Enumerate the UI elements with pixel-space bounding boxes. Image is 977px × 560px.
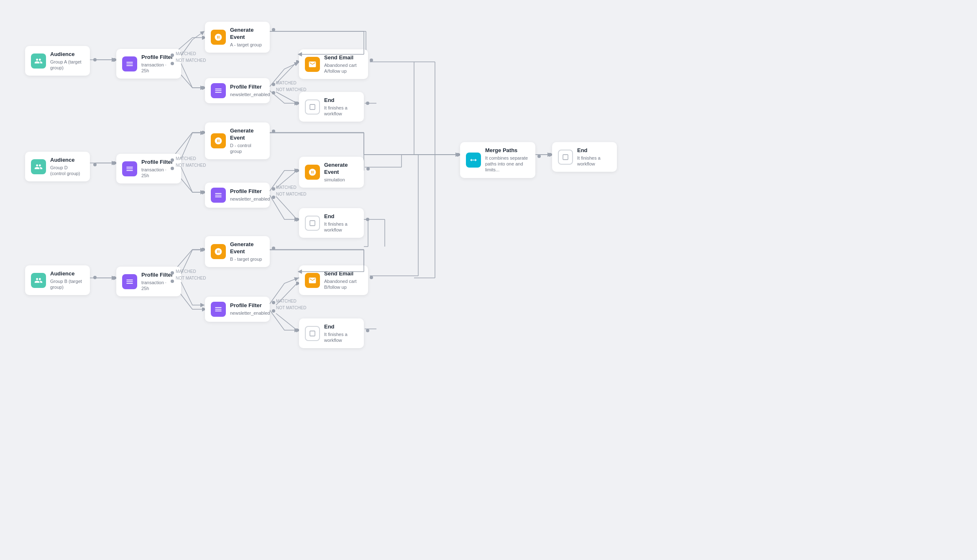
merge-paths-out-dot [537, 155, 541, 158]
merge-paths-title: Merge Paths [485, 147, 529, 154]
audience-b-icon [31, 273, 46, 288]
gen-event-a-out-dot [272, 28, 275, 31]
profile-filter-d2-icon [211, 188, 226, 203]
end-a-icon [305, 99, 320, 115]
audience-a-text: Audience Group A (target group) [50, 51, 84, 71]
profile-filter-a2-icon [211, 83, 226, 98]
send-email-b-title: Send Email [324, 270, 362, 277]
end-b-text: End It finishes a workflow [324, 323, 358, 343]
audience-a-node[interactable]: Audience Group A (target group) [25, 46, 90, 76]
pf-d2-notmatched-dot [272, 196, 275, 199]
generate-event-d-title: Generate Event [230, 127, 264, 142]
end-d-title: End [324, 213, 358, 220]
audience-b-node[interactable]: Audience Group B (target group) [25, 265, 90, 295]
generate-event-b-icon [211, 244, 226, 259]
pf-b-matched-label: MATCHED [176, 269, 196, 275]
generate-event-d-node[interactable]: Generate Event D - control group [205, 122, 270, 159]
audience-d-title: Audience [50, 157, 84, 164]
profile-filter-d2-title: Profile Filter [230, 188, 270, 195]
audience-d-icon [31, 159, 46, 174]
generate-event-a-node[interactable]: Generate Event A - target group [205, 22, 270, 53]
pf-a2-notmatched-dot [272, 91, 275, 94]
profile-filter-b2-text: Profile Filter newsletter_enabled [230, 302, 270, 316]
generate-event-d-subtitle: D - control group [230, 143, 264, 155]
pf-b-notmatched-dot [171, 280, 174, 283]
pf-b2-notmatched-label: NOT MATCHED [276, 305, 306, 311]
audience-a-title: Audience [50, 51, 84, 58]
pf-a2-matched-dot [272, 83, 275, 86]
pf-d2-matched-dot [272, 187, 275, 191]
merge-paths-node[interactable]: Merge Paths It combines separate paths i… [460, 142, 535, 178]
end-final-node[interactable]: End It finishes a workflow [552, 142, 617, 172]
pf-a-matched-dot [171, 53, 174, 57]
pf-d-notmatched-dot [171, 167, 174, 170]
generate-event-b-title: Generate Event [230, 241, 264, 255]
audience-a-out-dot [93, 58, 97, 61]
merge-paths-icon [466, 153, 481, 168]
generate-event-a-text: Generate Event A - target group [230, 27, 264, 48]
end-a-subtitle: It finishes a workflow [324, 105, 358, 117]
end-final-subtitle: It finishes a workflow [577, 155, 611, 167]
send-email-b-icon [305, 273, 320, 288]
generate-event-a-title: Generate Event [230, 27, 264, 41]
pf-a2-matched-label: MATCHED [276, 80, 297, 86]
profile-filter-d2-subtitle: newsletter_enabled [230, 196, 270, 202]
profile-filter-a2-node[interactable]: Profile Filter newsletter_enabled [205, 78, 270, 103]
svg-rect-26 [310, 331, 315, 336]
pf-b-notmatched-label: NOT MATCHED [176, 275, 206, 281]
end-d-icon [305, 216, 320, 231]
pf-b2-matched-label: MATCHED [276, 298, 297, 304]
end-a-text: End It finishes a workflow [324, 97, 358, 117]
pf-a-matched-label: MATCHED [176, 51, 196, 57]
profile-filter-b2-node[interactable]: Profile Filter newsletter_enabled [205, 297, 270, 322]
profile-filter-a2-text: Profile Filter newsletter_enabled [230, 84, 270, 97]
profile-filter-a2-title: Profile Filter [230, 84, 270, 91]
send-email-a-text: Send Email Abandoned cart A/follow up [324, 54, 362, 74]
generate-event-b-node[interactable]: Generate Event B - target group [205, 236, 270, 267]
profile-filter-d-title: Profile Filter [141, 159, 175, 166]
send-email-b-node[interactable]: Send Email Abandoned cart B/follow up [299, 265, 368, 295]
end-d-text: End It finishes a workflow [324, 213, 358, 233]
svg-rect-27 [563, 155, 568, 160]
pf-b2-notmatched-dot [272, 309, 275, 313]
profile-filter-a2-subtitle: newsletter_enabled [230, 92, 270, 97]
audience-b-text: Audience Group B (target group) [50, 270, 84, 290]
pf-b-matched-dot [171, 271, 174, 275]
end-b-subtitle: It finishes a workflow [324, 331, 358, 344]
audience-d-node[interactable]: Audience Group D (control group) [25, 152, 90, 181]
profile-filter-d2-node[interactable]: Profile Filter newsletter_enabled [205, 183, 270, 208]
profile-filter-d-subtitle: transaction · 25h [141, 167, 175, 179]
end-a-node[interactable]: End It finishes a workflow [299, 92, 364, 122]
audience-b-subtitle: Group B (target group) [50, 278, 84, 290]
generate-event-a-icon [211, 30, 226, 45]
send-email-a-subtitle: Abandoned cart A/follow up [324, 62, 362, 74]
generate-event-sim-title: Generate Event [324, 162, 358, 176]
generate-event-sim-subtitle: simulation [324, 177, 358, 183]
profile-filter-b-title: Profile Filter [141, 272, 175, 279]
end-b-node[interactable]: End It finishes a workflow [299, 318, 364, 348]
generate-event-d-icon [211, 133, 226, 148]
audience-d-text: Audience Group D (control group) [50, 157, 84, 176]
generate-event-a-subtitle: A - target group [230, 42, 264, 48]
end-b-title: End [324, 323, 358, 331]
end-d-node[interactable]: End It finishes a workflow [299, 208, 364, 238]
generate-event-sim-text: Generate Event simulation [324, 162, 358, 183]
gen-event-d-out-dot [272, 130, 275, 133]
end-final-text: End It finishes a workflow [577, 147, 611, 167]
profile-filter-b-text: Profile Filter transaction · 25h [141, 272, 175, 291]
pf-d-matched-label: MATCHED [176, 156, 196, 162]
gen-event-b-out-dot [272, 247, 275, 250]
generate-event-d-text: Generate Event D - control group [230, 127, 264, 154]
audience-b-title: Audience [50, 270, 84, 277]
pf-a-notmatched-label: NOT MATCHED [176, 58, 206, 64]
generate-event-b-text: Generate Event B - target group [230, 241, 264, 262]
audience-d-out-dot [93, 163, 97, 166]
end-d-out-dot [366, 218, 369, 221]
send-email-a-title: Send Email [324, 54, 362, 61]
merge-paths-text: Merge Paths It combines separate paths i… [485, 147, 529, 173]
profile-filter-d-icon [122, 161, 137, 176]
send-email-a-node[interactable]: Send Email Abandoned cart A/follow up [299, 49, 368, 79]
generate-event-sim-icon [305, 165, 320, 180]
generate-event-sim-node[interactable]: Generate Event simulation [299, 157, 364, 188]
profile-filter-d-text: Profile Filter transaction · 25h [141, 159, 175, 178]
